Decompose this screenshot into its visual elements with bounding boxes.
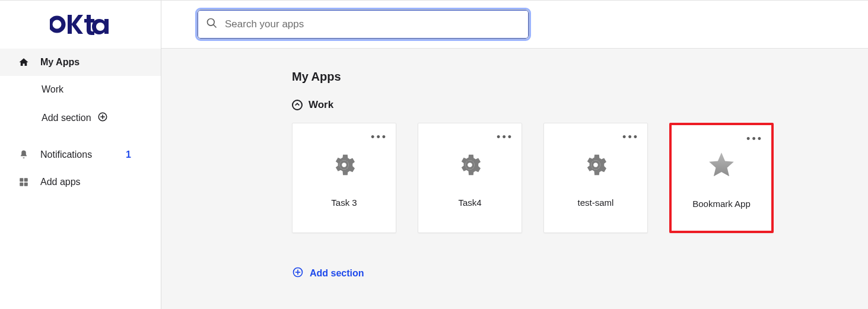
grid-icon [18,177,30,187]
page-title: My Apps [292,70,832,84]
app-tiles: •••Task 3•••Task4•••test-saml•••Bookmark… [292,123,832,233]
app-tile[interactable]: •••Bookmark App [669,123,774,233]
app-tile-label: Task 3 [331,197,357,208]
svg-point-0 [50,18,63,31]
bell-icon [18,149,30,160]
svg-point-8 [208,19,215,26]
more-icon[interactable]: ••• [497,132,513,142]
sidebar-item-my-apps[interactable]: My Apps [0,49,161,76]
app-tile-label: Task4 [458,197,481,208]
app-root: My Apps Work Add section Notifications 1 [0,0,868,309]
home-icon [18,57,30,68]
app-tile[interactable]: •••Task4 [418,123,522,233]
sidebar-item-notifications[interactable]: Notifications 1 [0,141,161,168]
notifications-badge: 1 [126,149,149,160]
svg-rect-7 [24,183,28,186]
app-tile-label: Bookmark App [692,199,751,209]
content: My Apps Work •••Task 3•••Task4•••test-sa… [161,49,868,281]
plus-circle-icon [292,266,304,281]
sidebar-add-section-label: Add section [42,113,91,123]
gear-icon [456,151,484,181]
sidebar-item-label: My Apps [40,57,80,68]
app-tile[interactable]: •••test-saml [543,123,648,233]
svg-rect-4 [20,178,23,181]
search-icon [206,17,218,31]
section-title: Work [309,99,333,111]
sidebar-add-section[interactable]: Add section [0,103,161,133]
more-icon[interactable]: ••• [746,133,763,144]
plus-circle-icon [97,112,108,125]
logo-wrap [0,1,161,49]
sidebar-item-label: Add apps [40,177,81,187]
svg-line-9 [214,25,217,28]
sidebar-nav: My Apps Work Add section Notifications 1 [0,49,161,196]
search-box[interactable] [197,9,529,39]
add-section-label: Add section [310,268,364,279]
chevron-up-circle-icon [292,100,303,110]
okta-logo [50,14,112,35]
sidebar-item-label: Notifications [40,149,92,160]
sidebar-item-add-apps[interactable]: Add apps [0,168,161,196]
sidebar-item-label: Work [42,84,63,94]
sidebar-item-work[interactable]: Work [0,76,161,103]
more-icon[interactable]: ••• [622,132,639,142]
app-tile-label: test-saml [578,197,614,208]
gear-icon [582,151,609,181]
section-header[interactable]: Work [292,99,832,111]
add-section-button[interactable]: Add section [292,266,832,281]
star-icon [707,150,736,182]
topbar [161,1,868,49]
sidebar: My Apps Work Add section Notifications 1 [0,1,161,309]
more-icon[interactable]: ••• [371,132,387,142]
search-input[interactable] [225,18,520,30]
app-tile[interactable]: •••Task 3 [292,123,396,233]
svg-rect-5 [24,178,28,181]
gear-icon [330,151,358,181]
svg-rect-6 [20,183,23,186]
main: My Apps Work •••Task 3•••Task4•••test-sa… [161,1,868,309]
